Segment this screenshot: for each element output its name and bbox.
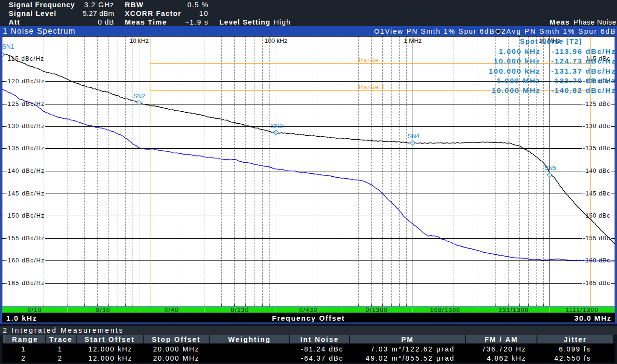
svg-text:-125 dBc/Hz: -125 dBc/Hz xyxy=(5,101,45,107)
svg-text:-160 dBc/Hz: -160 dBc/Hz xyxy=(5,257,45,264)
svg-text:1 Noise Spectrum: 1 Noise Spectrum xyxy=(3,27,76,35)
svg-text:1111/1300: 1111/1300 xyxy=(566,307,599,313)
svg-text:Spot Noise [T2]: Spot Noise [T2] xyxy=(520,38,582,45)
svg-text:0/430: 0/430 xyxy=(299,307,318,313)
svg-text:Stop Offset: Stop Offset xyxy=(152,336,201,343)
svg-text:0 dB: 0 dB xyxy=(98,18,114,26)
svg-text:3.2 GHz: 3.2 GHz xyxy=(84,1,114,9)
svg-text:SN5: SN5 xyxy=(544,164,556,171)
svg-text:Signal Level: Signal Level xyxy=(9,10,56,17)
svg-text:331/1300: 331/1300 xyxy=(498,307,529,313)
svg-text:2: 2 xyxy=(58,354,63,362)
svg-text:-124.73 dBc/Hz: -124.73 dBc/Hz xyxy=(551,57,616,65)
svg-text:49.02 m°/855.52 µrad: 49.02 m°/855.52 µrad xyxy=(366,354,455,362)
svg-text:-165 dBc: -165 dBc xyxy=(583,280,610,286)
svg-text:-145 dBc/Hz: -145 dBc/Hz xyxy=(5,190,45,197)
svg-text:Signal Frequency: Signal Frequency xyxy=(9,1,75,9)
svg-text:Meas Time: Meas Time xyxy=(125,18,167,26)
svg-text:Weighting: Weighting xyxy=(228,336,271,343)
svg-text:0.5 %: 0.5 % xyxy=(188,1,209,9)
svg-text:Att: Att xyxy=(9,18,20,26)
svg-text:12.000 kHz: 12.000 kHz xyxy=(88,354,132,362)
svg-text:42.550 fs: 42.550 fs xyxy=(554,354,591,362)
svg-text:5.27 dBm: 5.27 dBm xyxy=(83,10,114,17)
svg-text:736.720 Hz: 736.720 Hz xyxy=(482,345,526,353)
svg-text:10 kHz: 10 kHz xyxy=(129,37,148,44)
svg-text:1: 1 xyxy=(21,345,26,353)
svg-text:0/40: 0/40 xyxy=(164,307,179,313)
svg-text:12.000 kHz: 12.000 kHz xyxy=(88,345,132,353)
svg-text:Start Offset: Start Offset xyxy=(84,336,134,343)
svg-text:Range 1: Range 1 xyxy=(359,57,385,64)
svg-text:-140 dBc: -140 dBc xyxy=(583,168,610,174)
svg-text:-150 dBc/Hz: -150 dBc/Hz xyxy=(5,212,45,219)
svg-text:Meas: Meas xyxy=(550,18,570,26)
svg-text:~1.9 s: ~1.9 s xyxy=(185,18,209,26)
svg-text:Level Setting: Level Setting xyxy=(219,18,270,26)
svg-text:108/1300: 108/1300 xyxy=(430,307,460,313)
svg-text:-131.37 dBc/Hz: -131.37 dBc/Hz xyxy=(551,67,616,75)
svg-text:1.0 kHz: 1.0 kHz xyxy=(6,314,37,322)
svg-text:1.000 kHz: 1.000 kHz xyxy=(499,47,541,55)
svg-text:-145 dBc: -145 dBc xyxy=(583,190,610,197)
svg-text:7.03 m°/122.62 µrad: 7.03 m°/122.62 µrad xyxy=(371,345,455,353)
svg-text:2: 2 xyxy=(21,354,26,362)
svg-text:Range 2: Range 2 xyxy=(359,84,385,91)
svg-text:High: High xyxy=(274,18,291,26)
svg-text:30.0 MHz: 30.0 MHz xyxy=(575,314,612,322)
svg-text:SN4: SN4 xyxy=(408,132,419,140)
svg-text:1 MHz: 1 MHz xyxy=(404,37,422,44)
svg-text:6.099 fs: 6.099 fs xyxy=(559,345,590,353)
svg-text:XCORR Factor: XCORR Factor xyxy=(125,10,181,17)
svg-text:-113.96 dBc/Hz: -113.96 dBc/Hz xyxy=(551,47,616,55)
svg-text:1.000 MHz: 1.000 MHz xyxy=(496,77,540,85)
svg-text:2 Integrated Measurements: 2 Integrated Measurements xyxy=(3,326,124,334)
svg-text:10.000 MHz: 10.000 MHz xyxy=(492,86,540,94)
svg-text:-135 dBc/Hz: -135 dBc/Hz xyxy=(5,145,45,152)
svg-text:100.000 kHz: 100.000 kHz xyxy=(489,67,541,75)
svg-text:-130 dBc/Hz: -130 dBc/Hz xyxy=(5,123,45,130)
svg-text:SN3: SN3 xyxy=(271,122,282,130)
svg-text:10.000 kHz: 10.000 kHz xyxy=(494,57,540,65)
svg-text:-155 dBc: -155 dBc xyxy=(583,235,610,242)
svg-text:1View PN Smth 1% Spur 6dB: 1View PN Smth 1% Spur 6dB xyxy=(380,27,495,35)
svg-text:20.000 MHz: 20.000 MHz xyxy=(153,354,199,362)
svg-text:2Avg PN Smth 1% Spur 6dB: 2Avg PN Smth 1% Spur 6dB xyxy=(501,27,616,35)
svg-text:0/10: 0/10 xyxy=(96,307,110,313)
svg-text:0/1300: 0/1300 xyxy=(366,307,388,313)
svg-text:Range: Range xyxy=(12,336,39,343)
svg-text:1: 1 xyxy=(58,345,63,353)
svg-text:-165 dBc/Hz: -165 dBc/Hz xyxy=(5,280,45,286)
svg-text:PM: PM xyxy=(402,336,414,343)
svg-text:-120 dBc/Hz: -120 dBc/Hz xyxy=(5,78,45,85)
svg-text:4.862 kHz: 4.862 kHz xyxy=(487,354,526,362)
svg-text:-130 dBc: -130 dBc xyxy=(583,123,610,130)
svg-text:Phase Noise: Phase Noise xyxy=(574,18,617,26)
svg-text:0/10: 0/10 xyxy=(27,307,42,313)
svg-text:SN1: SN1 xyxy=(2,43,14,50)
svg-text:0/130: 0/130 xyxy=(231,307,249,313)
svg-text:FM / AM: FM / AM xyxy=(484,336,518,343)
svg-text:20.000 MHz: 20.000 MHz xyxy=(153,345,199,353)
svg-text:-133.70 dBc/Hz: -133.70 dBc/Hz xyxy=(551,77,616,85)
svg-text:-140.82 dBc/Hz: -140.82 dBc/Hz xyxy=(551,86,616,94)
svg-text:SN2: SN2 xyxy=(134,92,145,100)
svg-text:Jitter: Jitter xyxy=(563,336,587,343)
svg-text:-81.24 dBc: -81.24 dBc xyxy=(301,345,343,353)
svg-text:Trace: Trace xyxy=(49,336,72,343)
svg-text:-125 dBc: -125 dBc xyxy=(583,101,610,107)
svg-text:-140 dBc/Hz: -140 dBc/Hz xyxy=(5,168,45,174)
svg-text:-155 dBc/Hz: -155 dBc/Hz xyxy=(5,235,45,242)
svg-text:100 kHz: 100 kHz xyxy=(265,37,287,44)
svg-text:-64.37 dBc: -64.37 dBc xyxy=(301,354,343,362)
svg-text:-135 dBc: -135 dBc xyxy=(583,145,610,152)
svg-text:Frequency Offset: Frequency Offset xyxy=(272,314,345,322)
svg-text:10: 10 xyxy=(199,10,209,17)
svg-text:Int Noise: Int Noise xyxy=(300,336,339,343)
svg-text:RBW: RBW xyxy=(125,1,144,9)
